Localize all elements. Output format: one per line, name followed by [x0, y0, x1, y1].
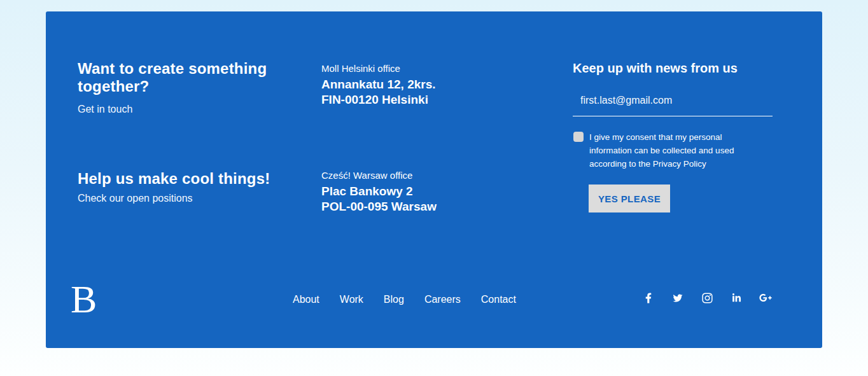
page: Want to create something together? Get i… — [0, 0, 868, 376]
nav-link-blog[interactable]: Blog — [384, 294, 404, 305]
instagram-icon — [702, 293, 713, 303]
consent-text: I give my consent that my personal infor… — [589, 130, 747, 171]
facebook-icon — [645, 293, 652, 303]
brand-logo: B — [71, 279, 97, 319]
footer-panel: Want to create something together? Get i… — [46, 11, 822, 348]
consent-checkbox[interactable] — [573, 132, 584, 142]
warsaw-address-line2: POL-00-095 Warsaw — [321, 199, 437, 214]
helsinki-address-line2: FIN-00120 Helsinki — [321, 92, 436, 108]
social-link-instagram[interactable] — [701, 292, 713, 303]
open-positions-link[interactable]: Check our open positions — [78, 193, 193, 204]
social-link-linkedin[interactable] — [730, 292, 743, 303]
nav-link-work[interactable]: Work — [340, 294, 363, 305]
twitter-icon — [672, 293, 683, 303]
social-link-google-plus[interactable] — [759, 292, 772, 303]
helsinki-office-address: Annankatu 12, 2krs. FIN-00120 Helsinki — [321, 77, 436, 108]
warsaw-office-label: Cześć! Warsaw office — [321, 170, 412, 181]
social-link-facebook[interactable] — [642, 292, 655, 303]
helsinki-address-line1: Annankatu 12, 2krs. — [321, 77, 436, 92]
get-in-touch-link[interactable]: Get in touch — [78, 104, 132, 115]
nav-link-careers[interactable]: Careers — [424, 294, 461, 305]
warsaw-office-address: Plac Bankowy 2 POL-00-095 Warsaw — [321, 184, 437, 214]
cta-secondary-heading: Help us make cool things! — [78, 170, 307, 188]
social-links — [642, 291, 772, 304]
google-plus-icon — [759, 293, 772, 303]
newsletter-submit-button[interactable]: YES PLEASE — [589, 185, 670, 212]
social-link-twitter[interactable] — [671, 292, 684, 303]
newsletter-heading: Keep up with news from us — [573, 61, 738, 76]
nav-link-about[interactable]: About — [293, 294, 319, 305]
consent-row: I give my consent that my personal infor… — [573, 130, 747, 171]
nav-link-contact[interactable]: Contact — [481, 294, 516, 305]
privacy-policy-link[interactable]: Privacy Policy — [653, 159, 706, 169]
helsinki-office-label: Moll Helsinki office — [321, 63, 400, 74]
warsaw-address-line1: Plac Bankowy 2 — [321, 184, 437, 199]
email-input[interactable] — [573, 91, 773, 116]
cta-primary-heading: Want to create something together? — [78, 60, 276, 95]
linkedin-icon — [732, 293, 741, 303]
footer-nav: About Work Blog Careers Contact — [293, 294, 516, 305]
